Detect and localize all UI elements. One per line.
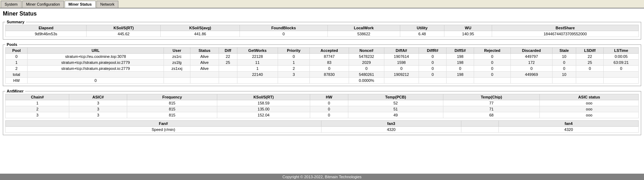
antminer-row-1: 23815135.0005171ooo (6, 106, 639, 112)
col-user: User (164, 48, 190, 54)
pools-section: Pools Pool URL User Status Diff GetWorks… (3, 42, 641, 86)
val-localwork: 538622 (327, 31, 400, 37)
col-pool: Pool (6, 48, 28, 54)
col-url: URL (28, 48, 164, 54)
page-title: Miner Status (3, 11, 641, 17)
col-lsdiff: LSDiff (576, 48, 604, 54)
antminer-chain-table: Chain# ASIC# Frequency KSol/S(RT) HW Tem… (5, 94, 639, 118)
col-hw: HW (310, 94, 348, 100)
pools-table: Pool URL User Status Diff GetWorks Prior… (5, 47, 639, 84)
col-chain: Chain# (6, 94, 69, 100)
fan-speed-label: Speed (r/min) (6, 127, 321, 133)
tab-network[interactable]: Network (96, 1, 118, 8)
fan4-speed: 4320 (499, 127, 639, 133)
pool-row-0: 0stratum+tcp://eu.coolmine.top:3078zs1rc… (6, 54, 639, 60)
col-diff: Diff (219, 48, 237, 54)
antminer-row-2: 33815152.0404968ooo (6, 112, 639, 118)
col-nonce: Nonce# (349, 48, 384, 54)
col-accepted: Accepted (310, 48, 349, 54)
fan3-speed: 4320 (321, 127, 461, 133)
pool-row-2: 2stratum+tcp://stratum.piratepool.io:277… (6, 66, 639, 72)
fan-col-fan4: fan4 (499, 121, 639, 127)
summary-table: Elapsed KSol/S(RT) KSol/S(avg) FoundBloc… (5, 25, 639, 37)
summary-section: Summary Elapsed KSol/S(RT) KSol/S(avg) F… (3, 20, 641, 40)
tab-miner-status[interactable]: Miner Status (65, 1, 96, 8)
summary-legend: Summary (5, 20, 26, 24)
val-ksol-avg: 441.86 (161, 31, 240, 37)
antminer-row-0: 13815158.5905277ooo (6, 100, 639, 106)
tab-miner-config[interactable]: Miner Configuration (22, 1, 64, 8)
col-rejected: Rejected (474, 48, 510, 54)
col-utility: Utility (400, 25, 444, 31)
col-temp-chip: Temp(Chip) (443, 94, 540, 100)
col-freq: Frequency (127, 94, 217, 100)
val-utility: 6.48 (400, 31, 444, 37)
col-elapsed: Elapsed (6, 25, 87, 31)
col-foundblocks: FoundBlocks (240, 25, 327, 31)
col-diffr: DiffR# (419, 48, 447, 54)
col-wu: WU (444, 25, 492, 31)
pools-legend: Pools (5, 42, 19, 47)
fan-col-hash: Fan# (6, 121, 321, 127)
col-getworks: GetWorks (237, 48, 278, 54)
pool-row-1: 1stratum+tcp://stratum.piratepool.io:277… (6, 60, 639, 66)
col-asic-status: ASIC status (540, 94, 639, 100)
tab-bar: System Miner Configuration Miner Status … (0, 0, 644, 8)
col-bestshare: BestShare (492, 25, 638, 31)
col-localwork: LocalWork (327, 25, 400, 31)
val-ksol-rt: 445.62 (87, 31, 161, 37)
page-content: Miner Status Summary Elapsed KSol/S(RT) … (0, 8, 644, 178)
col-priority: Priority (278, 48, 309, 54)
footer: Copyright © 2013-2022, Bitmain Technolog… (0, 174, 644, 178)
val-wu: 140.95 (444, 31, 492, 37)
antminer-legend: AntMiner (5, 89, 25, 93)
pool-row-3: total22140387830548026119092120198044996… (6, 72, 639, 78)
col-stale: Stale (552, 48, 576, 54)
footer-text: Copyright © 2013-2022, Bitmain Technolog… (283, 175, 362, 178)
val-foundblocks: 0 (240, 31, 327, 37)
val-elapsed: 9d9h46m53s (6, 31, 87, 37)
summary-row: 9d9h46m53s 445.62 441.86 0 538622 6.48 1… (6, 31, 639, 37)
val-bestshare: 18446744073709552000 (492, 31, 638, 37)
col-temp-pcb: Temp(PCB) (348, 94, 443, 100)
col-ksol-rt: KSol/S(RT) (87, 25, 161, 31)
fan-col-fan3: fan3 (321, 121, 461, 127)
col-asic: ASIC# (69, 94, 127, 100)
antminer-section: AntMiner Chain# ASIC# Frequency KSol/S(R… (3, 89, 641, 135)
fan-speed-row: Speed (r/min) 4320 4320 (6, 127, 639, 133)
col-diffa: DiffA# (384, 48, 419, 54)
fan-table: Fan# fan3 fan4 Speed (r/min) 4320 4320 (5, 120, 639, 133)
col-ksol-rt: KSol/S(RT) (217, 94, 310, 100)
fan-col-empty (461, 121, 498, 127)
tab-system[interactable]: System (1, 1, 22, 8)
col-lstime: LSTime (604, 48, 639, 54)
col-diffs: DiffS# (447, 48, 474, 54)
fan-empty (461, 127, 498, 133)
col-status: Status (190, 48, 219, 54)
pool-row-4: HW00.0000% (6, 78, 639, 84)
col-discarded: Discarded (510, 48, 552, 54)
col-ksol-avg: KSol/S(avg) (161, 25, 240, 31)
